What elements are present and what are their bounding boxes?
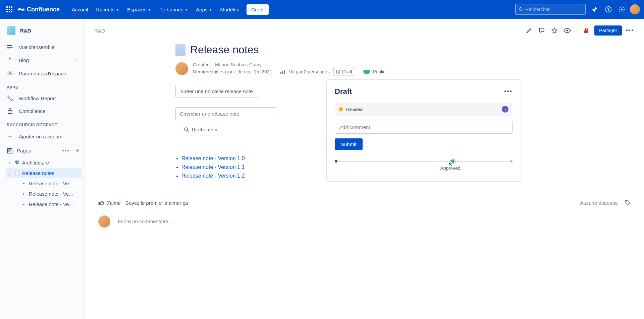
more-actions-icon[interactable]: ••• xyxy=(625,26,635,35)
search-input[interactable] xyxy=(525,7,582,12)
release-note-search-button[interactable]: Rechercher xyxy=(179,124,223,135)
svg-rect-5 xyxy=(11,9,12,10)
svg-point-17 xyxy=(9,73,11,74)
svg-rect-27 xyxy=(280,72,281,74)
review-dot-icon xyxy=(339,107,343,111)
workflow-status-pill[interactable]: Draft xyxy=(333,68,355,75)
star-icon[interactable] xyxy=(550,26,559,35)
views-text[interactable]: Vu par 2 personnes xyxy=(289,69,330,74)
share-button[interactable]: Partager xyxy=(594,25,622,36)
page-emoji-icon[interactable] xyxy=(175,44,185,56)
sidebar-compliance[interactable]: Compliance xyxy=(0,105,85,117)
tree-release-notes[interactable]: ⌄ 📄 Release notes xyxy=(6,168,82,178)
workflow-submit-button[interactable]: Submit xyxy=(335,138,363,150)
svg-line-10 xyxy=(522,10,523,11)
status-ring-icon xyxy=(336,70,340,74)
svg-point-30 xyxy=(184,128,187,131)
settings-icon[interactable] xyxy=(616,4,627,15)
info-icon[interactable]: i xyxy=(502,106,508,113)
nav-accueil[interactable]: Accueil xyxy=(68,4,91,15)
sidebar-pages[interactable]: Pages ••• + xyxy=(0,144,85,157)
space-header[interactable]: R&D xyxy=(0,25,85,41)
page-tree: › 🏗 Architecture ⌄ 📄 Release notes •Rele… xyxy=(0,157,85,209)
page-icon: 🏗 xyxy=(15,160,20,165)
add-page-icon[interactable]: + xyxy=(75,147,79,154)
restrictions-icon[interactable] xyxy=(582,26,591,35)
profile-avatar[interactable] xyxy=(630,4,640,14)
pages-more-icon[interactable]: ••• xyxy=(62,148,70,153)
svg-rect-20 xyxy=(8,111,12,114)
app-switcher-icon[interactable] xyxy=(4,4,15,15)
overview-icon xyxy=(7,45,13,50)
public-dot-icon xyxy=(363,70,370,74)
nav-modeles[interactable]: Modèles xyxy=(217,4,243,15)
workflow-more-icon[interactable]: ••• xyxy=(504,88,513,95)
shortcuts-section-label: RACCOURCIS D'ESPACE xyxy=(0,117,85,129)
notifications-icon[interactable] xyxy=(590,4,600,15)
page-title-row: Release notes xyxy=(175,44,631,56)
gear-icon xyxy=(7,70,13,76)
author-avatar[interactable] xyxy=(175,62,188,75)
progress-end-dot xyxy=(509,159,513,163)
nav-personnes[interactable]: Personnes▼ xyxy=(156,4,192,15)
create-release-note-button[interactable]: Créer une nouvelle release note xyxy=(175,85,258,98)
sidebar-overview[interactable]: Vue d'ensemble xyxy=(0,41,85,53)
thumbs-up-icon xyxy=(98,200,104,206)
svg-rect-28 xyxy=(282,71,283,74)
release-note-search-input[interactable] xyxy=(175,107,276,120)
watch-icon[interactable] xyxy=(562,26,572,35)
chevron-right-icon[interactable]: › xyxy=(6,161,13,165)
breadcrumb[interactable]: R&D xyxy=(94,28,105,34)
chevron-down-icon: ▼ xyxy=(184,8,188,11)
workflow-comment-input[interactable] xyxy=(335,121,513,134)
svg-point-25 xyxy=(567,29,569,31)
nav-espaces[interactable]: Espaces▼ xyxy=(124,4,154,15)
tree-child[interactable]: •Release note - Ve... xyxy=(6,189,82,199)
bullet-icon: • xyxy=(21,181,27,186)
svg-point-9 xyxy=(519,8,522,10)
list-item: Release note - Version 1.2 xyxy=(181,173,316,179)
release-note-link[interactable]: Release note - Version 1.1 xyxy=(181,164,245,170)
sidebar-blog[interactable]: ” Blog + xyxy=(0,53,85,67)
page-byline: Créateur : Manon Soubies-Camy Dernière m… xyxy=(175,62,631,75)
page-actions: Partager ••• xyxy=(524,25,635,36)
create-button[interactable]: Créer xyxy=(247,4,269,15)
visibility-pill[interactable]: Public xyxy=(363,69,385,74)
add-blog-icon[interactable]: + xyxy=(74,57,78,64)
page-icon: 📄 xyxy=(15,171,20,176)
label-icon[interactable] xyxy=(625,200,631,206)
page-header-bar: R&D Partager ••• xyxy=(85,19,644,38)
global-search[interactable] xyxy=(515,4,586,15)
sidebar-workflow-report[interactable]: Workflow Report xyxy=(0,92,85,105)
like-button[interactable]: J'aime xyxy=(98,200,121,206)
edit-icon[interactable] xyxy=(524,26,534,35)
primary-nav: Accueil Récents▼ Espaces▼ Personnes▼ App… xyxy=(68,4,269,15)
chevron-down-icon: ▼ xyxy=(116,8,119,11)
space-icon xyxy=(7,26,15,35)
tree-architecture[interactable]: › 🏗 Architecture xyxy=(6,157,82,168)
nav-recents[interactable]: Récents▼ xyxy=(93,4,122,15)
release-note-link[interactable]: Release note - Version 1.0 xyxy=(181,155,245,161)
svg-text:?: ? xyxy=(607,7,609,11)
sidebar-space-settings[interactable]: Paramètres d'espace xyxy=(0,67,85,80)
tree-child[interactable]: •Release note - Ve... xyxy=(6,199,82,209)
comment-input[interactable]: Écrire un commentaire... xyxy=(116,215,631,228)
svg-rect-3 xyxy=(6,9,8,10)
main-content: R&D Partager ••• Release notes Créateu xyxy=(85,19,644,319)
list-item: Release note - Version 1.1 xyxy=(181,164,316,170)
release-note-link[interactable]: Release note - Version 1.2 xyxy=(181,173,245,179)
chevron-down-icon[interactable]: ⌄ xyxy=(6,171,13,176)
tree-child[interactable]: •Release note - Ve... xyxy=(6,178,82,189)
comment-icon[interactable] xyxy=(537,26,546,35)
nav-apps[interactable]: Apps▼ xyxy=(193,4,215,15)
analytics-icon[interactable] xyxy=(280,69,285,74)
sidebar-add-shortcut[interactable]: + Ajouter un raccourci xyxy=(0,129,85,144)
pages-icon xyxy=(7,148,13,154)
confluence-logo[interactable]: Confluence xyxy=(17,6,60,13)
release-notes-list: Release note - Version 1.0 Release note … xyxy=(175,155,316,179)
workflow-transition-row[interactable]: Review i xyxy=(335,103,513,116)
help-icon[interactable]: ? xyxy=(603,4,614,15)
apps-section-label: APPS xyxy=(0,80,85,92)
svg-rect-1 xyxy=(9,6,10,8)
approved-label: Approved xyxy=(440,166,461,171)
